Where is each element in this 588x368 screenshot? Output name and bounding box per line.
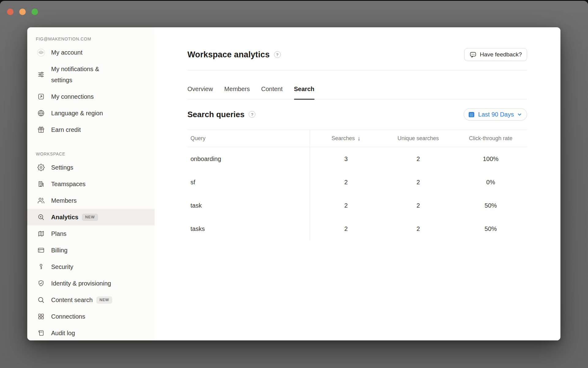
have-feedback-button[interactable]: Have feedback? [464, 48, 527, 61]
searches-cell: 3 [310, 147, 382, 171]
sort-desc-icon: ↓ [358, 135, 361, 142]
window-controls [7, 9, 38, 15]
column-header-unique-searches[interactable]: Unique searches [382, 130, 454, 147]
settings-dialog: FIG@MAKENOTION.COM My account My notific… [27, 27, 560, 340]
chevron-down-icon [517, 112, 522, 117]
magnifier-sparkle-icon [37, 213, 45, 221]
app-window: FIG@MAKENOTION.COM My account My notific… [0, 1, 588, 368]
tab-content[interactable]: Content [261, 86, 283, 99]
sidebar-item-earn-credit[interactable]: Earn credit [27, 121, 155, 138]
sidebar-item-teamspaces[interactable]: Teamspaces [27, 176, 155, 192]
table-body: onboarding 3 2 100% sf 2 2 0% task 2 [187, 147, 527, 240]
sidebar-item-label: My account [51, 47, 82, 58]
searches-cell: 2 [310, 171, 382, 194]
sidebar-item-label: My connections [51, 91, 94, 102]
gift-icon [37, 125, 45, 134]
key-icon [37, 263, 45, 271]
sidebar-item-label: Teamspaces [51, 178, 85, 190]
speech-bubble-icon [469, 51, 477, 58]
feedback-button-label: Have feedback? [480, 51, 522, 58]
calendar-icon [468, 111, 475, 118]
section-title: Search queries [187, 110, 244, 119]
searches-cell: 2 [310, 217, 382, 240]
sidebar-item-label: Identity & provisioning [51, 278, 111, 289]
map-icon [37, 229, 45, 238]
unique-searches-cell: 2 [382, 171, 454, 194]
sidebar-item-billing[interactable]: Billing [27, 242, 155, 259]
gear-icon [37, 163, 45, 172]
sidebar-item-my-account[interactable]: My account [27, 44, 155, 61]
sidebar-item-language-region[interactable]: Language & region [27, 105, 155, 121]
account-email-label: FIG@MAKENOTION.COM [27, 36, 155, 42]
sidebar-item-identity-provisioning[interactable]: Identity & provisioning [27, 275, 155, 292]
table-header-row: Query Searches ↓ Unique searches Click-t… [187, 130, 527, 147]
table-row: sf 2 2 0% [187, 171, 527, 194]
date-range-label: Last 90 Days [478, 111, 514, 118]
sidebar-item-analytics[interactable]: Analytics NEW [27, 209, 155, 225]
searches-cell: 2 [310, 194, 382, 217]
sidebar-item-members[interactable]: Members [27, 192, 155, 209]
sidebar-item-security[interactable]: Security [27, 259, 155, 275]
column-header-click-through-rate[interactable]: Click-through rate [454, 130, 527, 147]
column-header-searches[interactable]: Searches ↓ [310, 130, 382, 147]
sidebar-item-label: Plans [51, 228, 66, 239]
column-header-label: Searches [332, 135, 355, 142]
sidebar-item-label: Billing [51, 245, 67, 256]
sidebar-item-label: Members [51, 195, 77, 206]
click-through-rate-cell: 50% [454, 194, 527, 217]
help-icon[interactable]: ? [274, 51, 281, 58]
new-badge: NEW [96, 297, 112, 304]
search-icon [37, 296, 45, 304]
workspace-section-label: WORKSPACE [27, 151, 155, 156]
tab-members[interactable]: Members [224, 86, 250, 99]
sidebar-item-label: Analytics [51, 212, 78, 223]
table-row: onboarding 3 2 100% [187, 147, 527, 171]
sidebar-item-label: Security [51, 261, 73, 272]
sidebar-item-my-connections[interactable]: My connections [27, 88, 155, 105]
date-range-button[interactable]: Last 90 Days [464, 108, 527, 121]
globe-icon [37, 109, 45, 117]
unique-searches-cell: 2 [382, 217, 454, 240]
table-row: tasks 2 2 50% [187, 217, 527, 240]
grid-icon [37, 312, 45, 321]
account-section: My account My notifications & settings M… [27, 44, 155, 138]
sidebar-item-label: My notifications & settings [51, 63, 111, 86]
click-through-rate-cell: 100% [454, 147, 527, 171]
sidebar-item-plans[interactable]: Plans [27, 225, 155, 242]
search-queries-table: Query Searches ↓ Unique searches Click-t… [187, 130, 527, 240]
arrow-up-right-square-icon [37, 92, 45, 101]
column-header-query[interactable]: Query [187, 130, 310, 147]
minimize-button[interactable] [19, 9, 26, 15]
zoom-button[interactable] [32, 9, 38, 15]
analytics-tabs: Overview Members Content Search [187, 71, 527, 99]
query-cell: tasks [187, 217, 310, 240]
sidebar-item-connections[interactable]: Connections [27, 308, 155, 325]
sidebar-item-label: Content search [51, 294, 93, 305]
new-badge: NEW [82, 214, 98, 221]
building-icon [37, 180, 45, 188]
query-cell: sf [187, 171, 310, 194]
unique-searches-cell: 2 [382, 147, 454, 171]
avatar [37, 48, 45, 57]
table-row: task 2 2 50% [187, 194, 527, 217]
tab-search[interactable]: Search [294, 86, 315, 99]
click-through-rate-cell: 50% [454, 217, 527, 240]
analytics-main-panel: Workspace analytics ? Have feedback? Ove… [155, 27, 560, 340]
tab-overview[interactable]: Overview [187, 86, 213, 99]
settings-sidebar: FIG@MAKENOTION.COM My account My notific… [27, 27, 155, 340]
close-button[interactable] [7, 9, 13, 15]
sidebar-item-label: Language & region [51, 108, 103, 119]
click-through-rate-cell: 0% [454, 171, 527, 194]
sidebar-item-label: Connections [51, 311, 85, 322]
sidebar-item-settings[interactable]: Settings [27, 159, 155, 176]
shield-check-icon [37, 279, 45, 288]
sidebar-item-my-notifications-settings[interactable]: My notifications & settings [27, 61, 155, 88]
users-icon [37, 196, 45, 205]
sidebar-item-label: Settings [51, 162, 73, 173]
help-icon[interactable]: ? [249, 111, 255, 118]
sidebar-item-content-search[interactable]: Content search NEW [27, 292, 155, 308]
workspace-section: Settings Teamspaces Members [27, 159, 155, 340]
query-cell: task [187, 194, 310, 217]
sidebar-item-audit-log[interactable]: Audit log [27, 325, 155, 340]
unique-searches-cell: 2 [382, 194, 454, 217]
